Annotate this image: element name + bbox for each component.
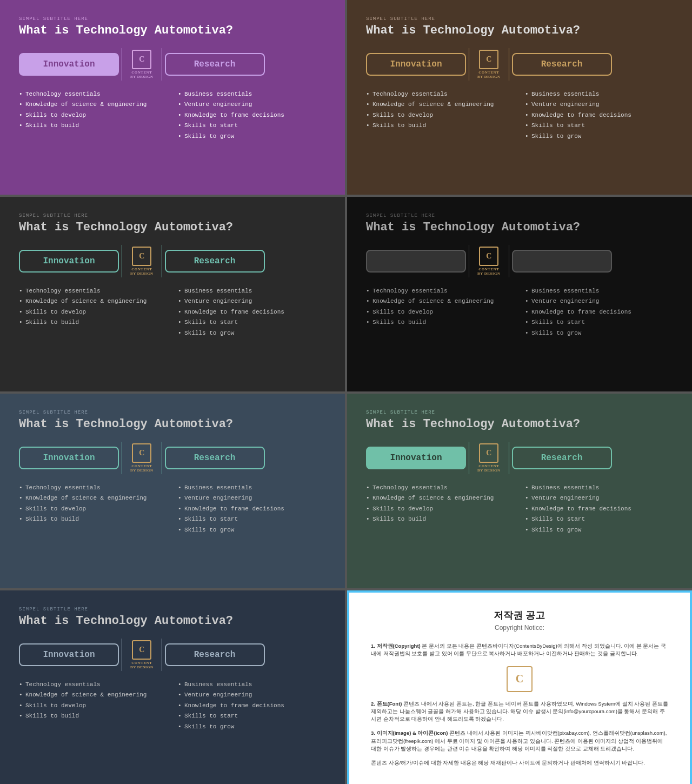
list-item: Venture engineering — [178, 494, 326, 502]
research-button[interactable]: Research — [165, 250, 265, 273]
slide-2: SIMPEL SUBTITLE HERE What is Technology … — [347, 0, 692, 195]
logo-subtext: CONTENTBY DESIGN — [477, 70, 501, 79]
logo: C CONTENTBY DESIGN — [130, 443, 154, 473]
logo-subtext: CONTENTBY DESIGN — [477, 464, 501, 473]
copyright-section-2: 2. 폰트(Font) 콘텐츠 내에서 사용된 폰트는, 한글 폰트는 네이버 … — [371, 700, 668, 723]
slide-2-left-col: Technology essentials Knowledge of scien… — [366, 90, 514, 143]
research-button[interactable]: Research — [165, 643, 265, 666]
list-item: Venture engineering — [525, 494, 673, 502]
list-item: Knowledge to frame decisions — [178, 505, 326, 513]
research-button[interactable]: Research — [512, 447, 612, 469]
slide-5-right-list: Business essentials Venture engineering … — [178, 484, 326, 534]
innovation-button[interactable]: Innovation — [19, 447, 119, 469]
list-item: Skills to build — [19, 122, 167, 130]
innovation-button[interactable] — [366, 250, 466, 273]
list-item: Technology essentials — [19, 484, 167, 492]
list-item: Skills to grow — [178, 526, 326, 534]
slide-2-columns: Technology essentials Knowledge of scien… — [366, 90, 673, 143]
list-item: Skills to grow — [178, 723, 326, 731]
logo-subtext: CONTENTBY DESIGN — [477, 267, 501, 276]
logo-subtext: CONTENTBY DESIGN — [130, 267, 154, 276]
list-item: Business essentials — [178, 484, 326, 492]
list-item: Business essentials — [178, 681, 326, 689]
list-item: Skills to develop — [19, 702, 167, 710]
slide-5-columns: Technology essentials Knowledge of scien… — [19, 484, 326, 536]
innovation-button[interactable]: Innovation — [366, 53, 466, 76]
slide-3-right-list: Business essentials Venture engineering … — [178, 287, 326, 337]
list-item: Skills to build — [19, 515, 167, 523]
slide-1: SIMPEL SUBTITLE HERE What is Technology … — [0, 0, 345, 195]
divider-line-2 — [162, 245, 162, 277]
list-item: Skills to start — [525, 318, 673, 327]
logo-subtext: CONTENTBY DESIGN — [130, 70, 154, 79]
innovation-button[interactable]: Innovation — [19, 643, 119, 666]
research-button[interactable]: Research — [165, 53, 265, 76]
slide-4: SIMPEL SUBTITLE HERE What is Technology … — [347, 197, 692, 391]
list-item: Skills to build — [19, 712, 167, 720]
list-item: Venture engineering — [178, 297, 326, 305]
slide-5-subtitle: SIMPEL SUBTITLE HERE — [19, 410, 326, 415]
slide-3-left-list: Technology essentials Knowledge of scien… — [19, 287, 167, 327]
logo-c-letter: C — [132, 443, 151, 463]
slide-6-cards: Innovation C CONTENTBY DESIGN Research — [366, 442, 673, 474]
slide-3-right-col: Business essentials Venture engineering … — [178, 287, 326, 340]
slide-4-cards: C CONTENTBY DESIGN — [366, 245, 673, 277]
slide-3-title: What is Technology Automotiva? — [19, 221, 326, 234]
innovation-button[interactable]: Innovation — [19, 53, 119, 76]
list-item: Knowledge of science & engineering — [366, 297, 514, 305]
divider-line-2 — [509, 48, 509, 81]
list-item: Technology essentials — [366, 287, 514, 295]
divider-line — [469, 245, 469, 277]
slide-6-left-list: Technology essentials Knowledge of scien… — [366, 484, 514, 524]
list-item: Knowledge of science & engineering — [19, 691, 167, 699]
copyright-footer: 콘텐츠 사용/허가/이슈에 대한 자세한 내용은 해당 재재판이나 사이트에 문… — [371, 759, 668, 767]
slide-2-subtitle: SIMPEL SUBTITLE HERE — [366, 16, 673, 22]
slide-6-columns: Technology essentials Knowledge of scien… — [366, 484, 673, 536]
list-item: Knowledge to frame decisions — [178, 702, 326, 710]
logo-subtext: CONTENTBY DESIGN — [130, 661, 154, 669]
innovation-button[interactable]: Innovation — [366, 447, 466, 469]
slide-7-right-list: Business essentials Venture engineering … — [178, 681, 326, 731]
innovation-button[interactable]: Innovation — [19, 250, 119, 273]
slide-1-right-col: Business essentials Venture engineering … — [178, 90, 326, 143]
list-item: Knowledge of science & engineering — [366, 101, 514, 109]
slide-5: SIMPEL SUBTITLE HERE What is Technology … — [0, 394, 345, 588]
list-item: Knowledge to frame decisions — [525, 505, 673, 513]
logo: C CONTENTBY DESIGN — [130, 640, 154, 669]
list-item: Skills to grow — [525, 329, 673, 337]
slide-7-right-col: Business essentials Venture engineering … — [178, 681, 326, 733]
list-item: Skills to start — [525, 122, 673, 130]
research-button[interactable] — [512, 250, 612, 273]
slide-6-subtitle: SIMPEL SUBTITLE HERE — [366, 410, 673, 415]
list-item: Technology essentials — [366, 90, 514, 98]
list-item: Skills to develop — [19, 111, 167, 119]
list-item: Business essentials — [525, 484, 673, 492]
slide-1-left-col: Technology essentials Knowledge of scien… — [19, 90, 167, 143]
research-button[interactable]: Research — [165, 447, 265, 469]
divider-line — [122, 639, 122, 671]
divider-line — [122, 442, 122, 474]
list-item: Business essentials — [525, 90, 673, 98]
list-item: Business essentials — [178, 90, 326, 98]
slide-4-title: What is Technology Automotiva? — [366, 221, 673, 234]
divider-line — [469, 48, 469, 81]
slide-2-title: What is Technology Automotiva? — [366, 24, 673, 37]
divider-line-2 — [162, 48, 162, 81]
divider-line — [122, 48, 122, 81]
slide-7-title: What is Technology Automotiva? — [19, 614, 326, 628]
list-item: Skills to start — [525, 515, 673, 523]
slide-copyright: 저작권 공고 Copyright Notice: 1. 저작권(Copyrigh… — [347, 590, 692, 784]
logo-c-letter: C — [479, 443, 498, 463]
slide-7-left-list: Technology essentials Knowledge of scien… — [19, 681, 167, 721]
research-button[interactable]: Research — [512, 53, 612, 76]
slide-1-cards: Innovation C CONTENTBY DESIGN Research — [19, 48, 326, 81]
slide-4-columns: Technology essentials Knowledge of scien… — [366, 287, 673, 340]
list-item: Knowledge to frame decisions — [525, 308, 673, 316]
slide-3-subtitle: SIMPEL SUBTITLE HERE — [19, 213, 326, 218]
list-item: Venture engineering — [525, 101, 673, 109]
list-item: Skills to start — [178, 122, 326, 130]
list-item: Knowledge to frame decisions — [525, 111, 673, 119]
list-item: Venture engineering — [178, 101, 326, 109]
list-item: Venture engineering — [178, 691, 326, 699]
logo-c-letter: C — [132, 50, 151, 69]
